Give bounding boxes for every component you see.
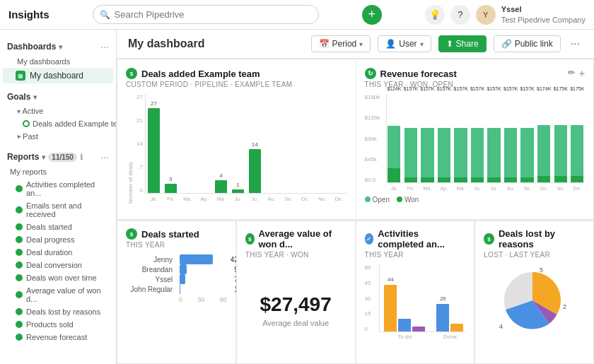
dashboards-header[interactable]: Dashboards ▾ ··· [0, 38, 116, 55]
active-goals-label[interactable]: ▾ Active [0, 105, 116, 117]
sidebar-item-deals-won[interactable]: Deals won over time [0, 271, 116, 284]
rev-group: $157KAu. [503, 94, 518, 182]
share-button[interactable]: ⬆ Share [438, 35, 487, 52]
bar: 1 [232, 189, 244, 193]
app-title: Insights [8, 8, 50, 20]
dashboards-menu-icon[interactable]: ··· [100, 41, 109, 52]
sidebar-item-deals-started[interactable]: Deals started [0, 221, 116, 233]
rev-x: Oc. [540, 186, 548, 191]
sidebar-item-deal-duration[interactable]: Deal duration [0, 246, 116, 259]
ds-subtitle: THIS YEAR [126, 241, 227, 249]
dashboard-more-icon[interactable]: ··· [568, 37, 583, 50]
sidebar-item-deal-progress[interactable]: Deal progress [0, 233, 116, 246]
add-button[interactable]: + [362, 5, 382, 25]
won-bar [537, 176, 550, 182]
x-label: Ma. [183, 196, 192, 201]
sidebar-item-avg-value[interactable]: Average value of won d... [0, 284, 116, 305]
period-button[interactable]: 📅 Period ▾ [311, 35, 371, 52]
open-bar [504, 128, 517, 177]
track: 9 [180, 264, 227, 274]
rev-group: $175KNo. [553, 94, 569, 182]
link-icon: 🔗 [501, 39, 512, 49]
act-group: 26Done [436, 264, 463, 331]
reports-menu-icon[interactable]: ··· [100, 151, 109, 163]
report-dot-lost [16, 308, 23, 315]
sidebar-item-products[interactable]: Products sold [0, 318, 116, 331]
x-label: De. [335, 196, 343, 201]
rev-bars2: $124KJa.$157KFe.$157KMa.$157KAp.$157KMa.… [386, 94, 586, 183]
open-bar [404, 128, 417, 177]
act-bar [398, 319, 411, 331]
reports-header[interactable]: Reports ▾ 11/150 ℹ ··· [0, 148, 116, 165]
act-chart-area: 604530150 44To do26Done [365, 264, 466, 342]
track: 1 [180, 284, 227, 294]
fill [180, 254, 213, 264]
av-subtitle: THIS YEAR · WON [245, 251, 346, 259]
won-bar [454, 177, 467, 182]
revenue-toolbar: ✏ + [568, 68, 585, 79]
rev-x: Fe. [407, 186, 414, 191]
report-dot-progress [16, 236, 23, 243]
report-dot-started [16, 223, 23, 230]
my-dashboards-item[interactable]: My dashboards [0, 55, 116, 68]
rev-x: Ma. [424, 186, 432, 191]
help-icon[interactable]: ? [450, 5, 470, 25]
pencil-icon[interactable]: ✏ [568, 68, 575, 79]
report-dot-avg [16, 291, 23, 298]
sidebar-item-emails[interactable]: Emails sent and received [0, 199, 116, 221]
rev-x: Ma. [457, 186, 465, 191]
won-bar [471, 177, 484, 182]
report-dot-emails [16, 206, 23, 213]
sidebar-item-revenue[interactable]: Revenue forecast [0, 331, 116, 344]
won-bar [554, 176, 567, 182]
public-link-button[interactable]: 🔗 Public link [494, 35, 561, 52]
bar-label: 1 [232, 182, 244, 188]
my-dashboard-item[interactable]: ▦ My dashboard [3, 68, 113, 83]
rev-group: $157KFe. [403, 94, 419, 182]
user-button[interactable]: 👤 User ▾ [378, 35, 431, 52]
pie-label-5: 5 [540, 266, 543, 274]
sidebar-item-deals-lost[interactable]: Deals lost by reasons [0, 305, 116, 318]
x-label: Ap. [201, 196, 209, 201]
search-input[interactable] [93, 5, 319, 24]
av-icon: $ [245, 233, 255, 245]
rev-group: $175KDe. [570, 94, 586, 182]
revenue-legend: Open Won [365, 196, 586, 204]
sidebar-item-activities[interactable]: Activities completed an... [0, 178, 116, 199]
y-labels: 27211470 [134, 94, 145, 194]
activities-widget: ✓ Activities completed an... THIS YEAR 6… [356, 221, 475, 364]
my-dashboard-label: My dashboard [30, 71, 83, 81]
bar-group: 27Ja. [146, 94, 162, 193]
user-company: Test Pipedrive Company [501, 15, 586, 25]
name: Jenny [126, 256, 175, 264]
fill [180, 284, 180, 294]
report-dot-products [16, 321, 23, 328]
deals-added-goal[interactable]: Deals added Example te... [0, 117, 116, 130]
act-y-labels: 604530150 [365, 264, 371, 332]
report-dot-revenue [16, 334, 23, 341]
fill [180, 274, 185, 284]
bar-group: Se. [280, 94, 296, 193]
deals-added-icon: $ [126, 68, 137, 79]
lightbulb-icon[interactable]: 💡 [425, 5, 445, 25]
open-bar [471, 128, 484, 177]
dashboards-label: Dashboards ▾ [7, 42, 62, 52]
calendar-icon: 📅 [319, 39, 330, 49]
goals-header[interactable]: Goals ▾ [0, 89, 116, 105]
track: 7 [180, 274, 227, 284]
search-bar[interactable]: 🔍 [93, 5, 319, 24]
plus-icon[interactable]: + [579, 68, 585, 79]
avatar[interactable]: Y [476, 5, 496, 25]
my-reports-label[interactable]: My reports [0, 165, 116, 178]
open-bar [537, 125, 550, 177]
pie-chart: 5 2 4 [496, 266, 573, 334]
past-goals-label[interactable]: ▾ Past [0, 130, 116, 143]
avg-value-widget-bottom: $ Average value of won d... THIS YEAR · … [236, 221, 356, 364]
pie-group [503, 271, 560, 329]
name: Breandan [126, 266, 175, 274]
report-dot-won [16, 274, 23, 281]
sidebar-item-deal-conversion[interactable]: Deal conversion [0, 259, 116, 271]
won-bar [571, 176, 583, 182]
dashboard-title: My dashboard [128, 37, 304, 50]
rev-group: $157KMa. [420, 94, 436, 182]
